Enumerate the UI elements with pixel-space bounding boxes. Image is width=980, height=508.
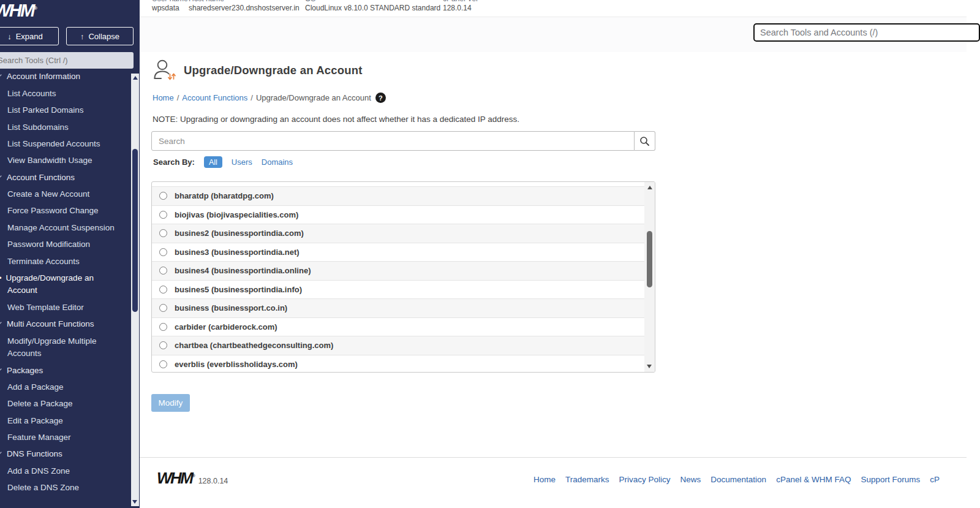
note-text: NOTE: Upgrading or downgrading an accoun… — [153, 115, 519, 124]
sidebar-item-label: Modify/Upgrade Multiple Accounts — [7, 336, 97, 358]
chevron-down-icon — [0, 365, 2, 372]
account-label: biojivas (biojivaspecialities.com) — [175, 210, 298, 219]
server-table-cell: 128.0.14 — [443, 4, 472, 12]
account-search-input[interactable] — [151, 131, 635, 151]
breadcrumb: Home/Account Functions/Upgrade/Downgrade… — [153, 93, 386, 103]
sidebar-item-label: Multi Account Functions — [7, 319, 94, 328]
sidebar-item-label: Delete a Package — [7, 399, 73, 408]
footer-link-support-forums[interactable]: Support Forums — [861, 475, 920, 484]
sidebar-item-multi-account-functions[interactable]: Multi Account Functions — [0, 316, 118, 333]
account-label: busines4 (businessportindia.online) — [175, 266, 311, 275]
footer-link-trademarks[interactable]: Trademarks — [565, 475, 609, 484]
sidebar-item-account-functions[interactable]: Account Functions — [0, 169, 118, 186]
account-radio[interactable] — [159, 248, 167, 256]
account-radio[interactable] — [159, 286, 167, 294]
account-list-scrollbar[interactable] — [644, 182, 655, 372]
account-list-scrollbar-thumb[interactable] — [647, 231, 652, 287]
account-radio[interactable] — [159, 211, 167, 219]
breadcrumb-home[interactable]: Home — [153, 93, 174, 102]
sidebar-item-create-a-new-account[interactable]: Create a New Account — [0, 186, 130, 203]
sidebar-item-label: Password Modification — [7, 240, 90, 249]
collapse-button[interactable]: ↑ Collapse — [66, 27, 134, 45]
account-row: biojivas (biojivaspecialities.com) — [152, 205, 644, 224]
sidebar-scrollbar[interactable] — [131, 74, 139, 506]
footer-link-news[interactable]: News — [680, 475, 701, 484]
sidebar-item-terminate-accounts[interactable]: Terminate Accounts — [0, 253, 130, 270]
sidebar-item-modify-upgrade-multiple-accounts[interactable]: Modify/Upgrade Multiple Accounts — [0, 333, 130, 362]
scroll-down-icon[interactable] — [647, 365, 652, 368]
account-row: bharatdp (bharatdpg.com) — [152, 186, 644, 205]
sidebar-item-label: Manage Account Suspension — [7, 223, 115, 232]
arrow-down-icon: ↓ — [7, 32, 12, 41]
account-row: everblis (everblissholidays.com) — [152, 355, 644, 373]
sidebar-item-list-accounts[interactable]: List Accounts — [0, 85, 130, 102]
breadcrumb-separator: / — [177, 93, 179, 102]
server-info-strip: User nameHost nameOScPanel Ver wpsdatash… — [140, 0, 967, 17]
sidebar-item-manage-account-suspension[interactable]: Manage Account Suspension — [0, 219, 130, 236]
footer-link-cp[interactable]: cP — [930, 475, 940, 484]
whm-footer-logo: WHM® — [157, 468, 195, 486]
account-radio[interactable] — [159, 360, 167, 368]
server-table-header-cell: cPanel Ver — [443, 0, 478, 3]
account-radio[interactable] — [159, 323, 167, 331]
sidebar-item-label: List Suspended Accounts — [7, 139, 100, 148]
registered-mark: ® — [192, 474, 195, 478]
sidebar-item-label: Delete a DNS Zone — [7, 483, 79, 492]
modify-button[interactable]: Modify — [151, 394, 190, 412]
scroll-down-icon[interactable] — [132, 500, 137, 504]
sidebar-item-web-template-editor[interactable]: Web Template Editor — [0, 299, 130, 316]
chevron-down-icon — [0, 73, 2, 78]
sidebar-item-label: Add a DNS Zone — [7, 466, 70, 476]
sidebar-item-account-information[interactable]: Account Information — [0, 73, 118, 85]
sidebar-item-label: Force Password Change — [7, 206, 99, 215]
sidebar-item-upgrade-downgrade-an-account[interactable]: •Upgrade/Downgrade an Account — [0, 270, 130, 300]
global-search-input[interactable] — [753, 23, 980, 42]
breadcrumb-separator: / — [251, 93, 253, 102]
page-header: Upgrade/Downgrade an Account — [152, 58, 363, 83]
account-radio[interactable] — [159, 267, 167, 275]
sidebar-item-feature-manager[interactable]: Feature Manager — [0, 430, 130, 446]
sidebar-item-add-a-dns-zone[interactable]: Add a DNS Zone — [0, 463, 130, 479]
search-by-users[interactable]: Users — [232, 157, 252, 167]
server-table-header-cell: User name — [152, 0, 189, 3]
breadcrumb-account-functions[interactable]: Account Functions — [182, 93, 247, 102]
sidebar-item-edit-a-package[interactable]: Edit a Package — [0, 412, 130, 429]
account-radio[interactable] — [159, 229, 167, 237]
sidebar-item-add-a-package[interactable]: Add a Package — [0, 379, 130, 396]
sidebar-item-label: List Accounts — [7, 89, 56, 98]
footer-link-cpanel-whm-faq[interactable]: cPanel & WHM FAQ — [776, 475, 851, 484]
sidebar-item-delete-a-package[interactable]: Delete a Package — [0, 396, 130, 412]
sidebar-item-force-password-change[interactable]: Force Password Change — [0, 203, 130, 219]
sidebar-item-list-parked-domains[interactable]: List Parked Domains — [0, 102, 130, 119]
sidebar-scrollbar-thumb[interactable] — [132, 149, 138, 312]
sidebar-item-view-bandwidth-usage[interactable]: View Bandwidth Usage — [0, 153, 130, 169]
sidebar-item-password-modification[interactable]: Password Modification — [0, 237, 130, 253]
help-icon[interactable]: ? — [375, 93, 386, 103]
sidebar-item-list-subdomains[interactable]: List Subdomains — [0, 119, 130, 135]
sidebar-item-list-suspended-accounts[interactable]: List Suspended Accounts — [0, 136, 130, 153]
footer-link-privacy-policy[interactable]: Privacy Policy — [619, 475, 671, 484]
footer-link-home[interactable]: Home — [533, 475, 556, 484]
sidebar-item-label: Account Functions — [7, 173, 75, 182]
sidebar-search-input[interactable] — [0, 52, 134, 69]
footer: WHM® 128.0.14 HomeTrademarksPrivacy Poli… — [140, 457, 967, 508]
breadcrumb-upgrade-downgrade-an-account: Upgrade/Downgrade an Account — [256, 93, 371, 102]
search-by-domains[interactable]: Domains — [262, 157, 293, 167]
search-by-all[interactable]: All — [204, 156, 222, 168]
account-radio[interactable] — [159, 341, 167, 349]
sidebar-item-dns-functions[interactable]: DNS Functions — [0, 446, 118, 463]
account-label: bharatdp (bharatdpg.com) — [175, 191, 274, 200]
scroll-up-icon[interactable] — [133, 76, 138, 80]
arrow-up-icon: ↑ — [80, 32, 85, 41]
sidebar-item-delete-a-dns-zone[interactable]: Delete a DNS Zone — [0, 480, 130, 496]
scroll-up-icon[interactable] — [647, 186, 652, 189]
sidebar-item-packages[interactable]: Packages — [0, 362, 118, 379]
account-radio[interactable] — [159, 192, 167, 200]
account-radio[interactable] — [159, 304, 167, 312]
expand-button[interactable]: ↓ Expand — [0, 27, 59, 45]
footer-link-documentation[interactable]: Documentation — [710, 475, 766, 484]
sidebar-item-label: List Subdomains — [7, 123, 69, 132]
search-button[interactable] — [635, 131, 655, 151]
breadcrumb-items: Home/Account Functions/Upgrade/Downgrade… — [153, 93, 371, 102]
server-table-cell: wpsdata — [152, 4, 189, 12]
